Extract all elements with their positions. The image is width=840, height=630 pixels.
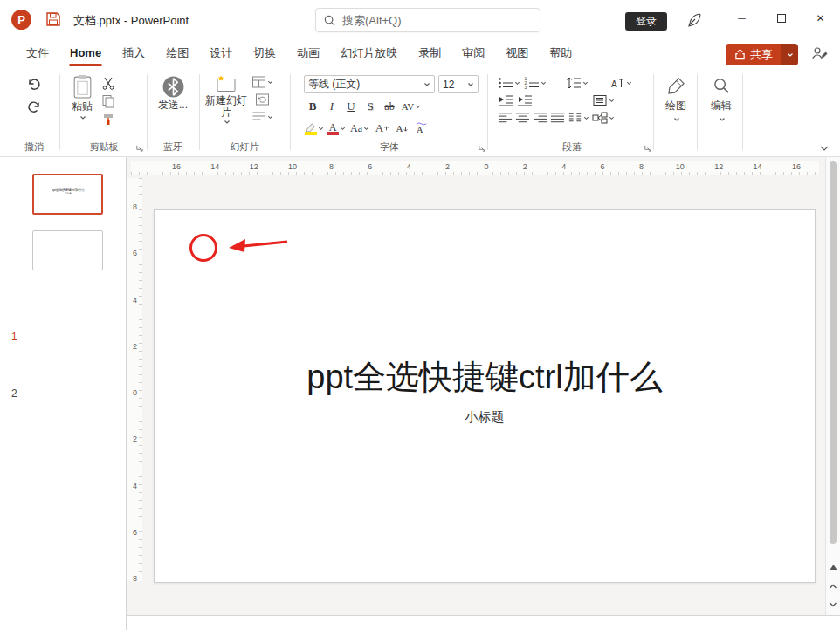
redo-button[interactable] [26,99,42,115]
chevron-down-icon [363,126,369,132]
shrink-font-button[interactable]: A [394,120,411,137]
bluetooth-group-label: 蓝牙 [148,140,197,154]
collapse-ribbon-button[interactable] [819,144,830,153]
maximize-button[interactable] [761,0,801,37]
cut-button[interactable] [101,76,115,90]
slide-canvas[interactable]: ppt全选快捷键ctrl加什么 小标题 [154,209,816,583]
annotation-arrow[interactable] [228,236,291,256]
justify-button[interactable] [550,112,565,124]
section-button[interactable] [251,111,273,123]
previous-slide-button[interactable] [826,579,840,594]
new-slide-label: 新建幻灯片 [203,94,249,119]
annotation-circle[interactable] [189,234,217,262]
tab-design[interactable]: 设计 [199,40,243,68]
tab-draw[interactable]: 绘图 [155,40,199,68]
reset-icon [255,93,270,106]
maximize-icon [777,14,786,23]
italic-button[interactable]: I [323,98,341,115]
slides-group-label: 幻灯片 [201,140,288,154]
slide-thumbnail-1[interactable]: ppt全选快捷键ctrl加什么 小标题 [32,174,103,215]
font-name-combobox[interactable]: 等线 (正文) [304,75,435,93]
ruler-number: 8 [133,574,137,583]
new-slide-button[interactable]: 新建幻灯片 [201,74,251,126]
ribbon: 撤消 粘贴 [0,68,840,157]
tab-review[interactable]: 审阅 [451,40,495,68]
text-highlight-button[interactable] [304,122,324,135]
increase-indent-button[interactable] [517,94,533,106]
decrease-indent-button[interactable] [498,94,513,106]
bold-button[interactable]: B [304,98,321,115]
pen-icon[interactable] [686,12,702,28]
tab-file[interactable]: 文件 [16,40,59,68]
bluetooth-send-label: 发送... [158,99,188,111]
search-input[interactable] [342,14,533,27]
line-spacing-button[interactable] [566,77,589,89]
tab-slideshow[interactable]: 幻灯片放映 [330,40,408,68]
ruler-number: 6 [133,528,137,537]
login-button[interactable]: 登录 [625,12,667,31]
numbering-button[interactable]: 123 [524,77,547,89]
slide-thumbnail-2[interactable] [32,230,103,270]
text-direction-button[interactable]: A [609,77,632,89]
tab-view[interactable]: 视图 [495,40,539,68]
svg-text:A: A [611,79,617,89]
bullets-button[interactable] [498,77,520,89]
increase-indent-icon [517,94,533,106]
columns-button[interactable] [568,112,589,124]
ruler-number: 4 [133,482,137,490]
dialog-launcher-icon[interactable] [135,144,143,152]
search-bar[interactable] [315,8,540,32]
tab-home[interactable]: Home [59,40,112,68]
next-slide-button[interactable] [826,597,840,613]
underline-button[interactable]: U [342,98,360,115]
character-spacing-button[interactable]: AV [400,98,423,115]
editing-button[interactable]: 编辑 [700,68,742,123]
tab-help[interactable]: 帮助 [539,40,582,68]
drawing-button[interactable]: 绘图 [655,68,697,123]
save-button[interactable] [45,11,61,27]
align-left-button[interactable] [498,112,513,124]
paste-label: 粘贴 [72,99,93,114]
font-size-combobox[interactable]: 12 [438,75,479,93]
minimize-button[interactable]: ─ [722,0,761,37]
tab-record[interactable]: 录制 [408,40,451,68]
layout-button[interactable] [251,76,273,88]
share-dropdown[interactable] [781,44,798,65]
tab-transitions[interactable]: 切换 [243,40,286,68]
tab-animations[interactable]: 动画 [286,40,330,68]
close-button[interactable]: ✕ [801,0,840,37]
undo-button[interactable] [26,77,42,92]
scrollbar-thumb[interactable] [830,161,837,544]
coauthor-icon[interactable] [811,46,828,61]
dialog-launcher-icon[interactable] [644,144,651,152]
drawing-pen-icon [667,77,685,95]
bluetooth-send-button[interactable]: 发送... [148,68,197,111]
share-button[interactable]: 共享 [726,44,798,65]
scroll-down-button[interactable] [826,559,840,575]
dialog-launcher-icon[interactable] [478,144,485,152]
drawing-label: 绘图 [665,99,686,113]
align-text-button[interactable] [592,94,615,106]
align-center-button[interactable] [515,112,530,124]
strikethrough-button[interactable]: ab [381,98,398,115]
convert-smartart-button[interactable] [592,112,615,124]
paste-button[interactable]: 粘贴 [63,74,101,127]
chevron-down-icon [626,80,632,86]
font-color-button[interactable]: A [327,122,346,135]
change-case-button[interactable]: Aa [348,120,371,137]
phonetic-guide-button[interactable]: A [414,122,429,135]
powerpoint-window: P 文档.pptx - PowerPoint 登录 ─ [0,0,840,630]
ruler-number: 4 [133,296,137,305]
align-right-button[interactable] [533,112,547,124]
grow-font-button[interactable]: A [374,120,391,137]
reset-button[interactable] [251,93,273,106]
status-bar [127,615,840,630]
format-painter-button[interactable] [101,113,115,127]
copy-button[interactable] [101,94,115,108]
text-shadow-button[interactable]: S [361,98,379,115]
slide-subtitle-text[interactable]: 小标题 [155,409,815,426]
slide-title-text[interactable]: ppt全选快捷键ctrl加什么 [155,355,815,400]
powerpoint-logo-icon[interactable]: P [11,10,31,30]
vertical-scrollbar[interactable] [825,157,840,615]
tab-insert[interactable]: 插入 [112,40,155,68]
